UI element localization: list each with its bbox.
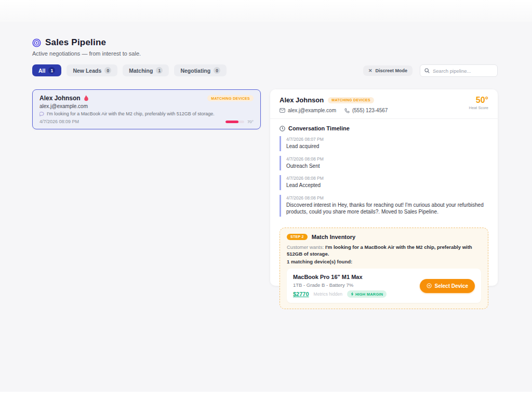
device-card: MacBook Pro 16" M1 Max 1TB - Grade B - B… <box>287 269 481 303</box>
tab-all-label: All <box>38 68 45 74</box>
lead-email: alex.j@example.com <box>39 103 254 109</box>
tab-negotiating-label: Negotiating <box>180 68 210 74</box>
timeline-item: 4/7/2026 08:08 PM Lead Accepted <box>280 175 488 190</box>
discreet-mode-label: Discreet Mode <box>375 68 407 73</box>
chat-bubble-icon <box>39 112 44 116</box>
tab-negotiating[interactable]: Negotiating 0 <box>174 64 227 76</box>
customer-wants-label: Customer wants: <box>287 244 324 250</box>
timeline-item-text: Outreach Sent <box>286 163 488 170</box>
page-title: Sales Pipeline <box>45 37 106 48</box>
timeline-item: 4/7/2026 08:07 PM Lead acquired <box>280 136 488 151</box>
search-icon <box>424 68 430 73</box>
controls-row: All 1 New Leads 0 Matching 1 Negotiating… <box>32 64 498 78</box>
lead-heat-bar <box>225 121 244 123</box>
lead-name: Alex Johnson <box>39 95 81 102</box>
heat-score-box: 50° Heat Score <box>469 96 488 110</box>
email-icon <box>280 108 285 113</box>
timeline-item-text: Discovered interest in Hey, thanks for r… <box>286 202 488 216</box>
top-window-strip <box>0 0 532 22</box>
lightning-icon <box>351 292 354 296</box>
timeline-list: 4/7/2026 08:07 PM Lead acquired 4/7/2026… <box>280 136 488 217</box>
tab-matching-label: Matching <box>129 68 153 74</box>
lead-timestamp: 4/7/2026 08:09 PM <box>39 119 79 124</box>
metrics-hidden-note: Metrics hidden <box>314 291 342 297</box>
timeline-item-time: 4/7/2026 08:07 PM <box>286 137 488 142</box>
page-subtitle: Active negotiations — from interest to s… <box>32 50 141 57</box>
match-inventory-title: Match Inventory <box>312 234 355 240</box>
search-box <box>420 64 498 77</box>
flame-icon <box>84 95 89 101</box>
page-header: Sales Pipeline Active negotiations — fro… <box>32 37 141 57</box>
tab-negotiating-count: 0 <box>214 67 220 74</box>
heat-score-value: 50° <box>469 96 488 105</box>
lead-detail-panel: Alex Johnson MATCHING DEVICES alex.j@exa… <box>270 89 498 286</box>
tab-new-leads-label: New Leads <box>73 68 101 74</box>
timeline-item-time: 4/7/2026 08:08 PM <box>286 195 488 201</box>
high-margin-badge: HIGH MARGIN <box>347 290 387 298</box>
detail-email: alex.j@example.com <box>288 108 336 113</box>
right-controls: ✕ Discreet Mode <box>363 64 498 77</box>
bottom-window-strip <box>0 392 532 399</box>
matching-devices-found: 1 matching device(s) found: <box>287 259 481 264</box>
lead-heat-fill <box>225 121 238 123</box>
timeline-title: Conversation Timeline <box>288 125 350 131</box>
discreet-mode-toggle[interactable]: ✕ Discreet Mode <box>363 65 413 76</box>
detail-phone-item: (555) 123-4567 <box>344 108 388 113</box>
timeline-item-time: 4/7/2026 08:08 PM <box>286 156 488 162</box>
high-margin-label: HIGH MARGIN <box>355 292 383 297</box>
device-price: $2770 <box>293 291 309 297</box>
phone-icon <box>344 108 350 113</box>
detail-name: Alex Johnson <box>280 96 324 104</box>
tab-new-leads[interactable]: New Leads 0 <box>66 64 117 76</box>
device-name: MacBook Pro 16" M1 Max <box>293 274 420 280</box>
timeline-item: 4/7/2026 08:08 PM Discovered interest in… <box>280 195 488 217</box>
tab-all[interactable]: All 1 <box>32 64 61 76</box>
detail-email-item: alex.j@example.com <box>280 108 336 113</box>
tab-new-leads-count: 0 <box>104 67 111 74</box>
tab-matching[interactable]: Matching 1 <box>123 64 169 76</box>
detail-phone: (555) 123-4567 <box>352 108 388 113</box>
select-device-label: Select Device <box>435 283 469 289</box>
lead-message: I'm looking for a MacBook Air with the M… <box>47 111 215 116</box>
timeline-item-text: Lead Accepted <box>286 182 488 189</box>
select-device-button[interactable]: Select Device <box>420 279 475 293</box>
tab-all-count: 1 <box>48 67 55 74</box>
matching-devices-badge: MATCHING DEVICES <box>207 95 254 101</box>
heat-score-label: Heat Score <box>469 105 488 110</box>
timeline-section: Conversation Timeline 4/7/2026 08:07 PM … <box>270 119 498 224</box>
search-input[interactable] <box>433 68 493 74</box>
device-specs: 1TB - Grade B - Battery 7% <box>293 282 420 288</box>
lead-card-alex-johnson[interactable]: Alex Johnson MATCHING DEVICES alex.j@exa… <box>32 89 261 129</box>
lead-heat-degrees: 70° <box>247 119 254 124</box>
close-icon: ✕ <box>368 68 373 73</box>
match-inventory-box: STEP 2 Match Inventory Customer wants: I… <box>280 228 488 310</box>
clock-icon <box>280 126 285 131</box>
target-small-icon <box>427 283 432 288</box>
step-badge: STEP 2 <box>287 234 308 240</box>
timeline-item: 4/7/2026 08:08 PM Outreach Sent <box>280 156 488 171</box>
target-icon <box>32 38 41 47</box>
timeline-item-time: 4/7/2026 08:08 PM <box>286 176 488 181</box>
timeline-item-text: Lead acquired <box>286 143 488 150</box>
tab-matching-count: 1 <box>156 67 163 74</box>
detail-header: Alex Johnson MATCHING DEVICES alex.j@exa… <box>270 89 498 119</box>
detail-matching-devices-badge: MATCHING DEVICES <box>328 97 374 103</box>
